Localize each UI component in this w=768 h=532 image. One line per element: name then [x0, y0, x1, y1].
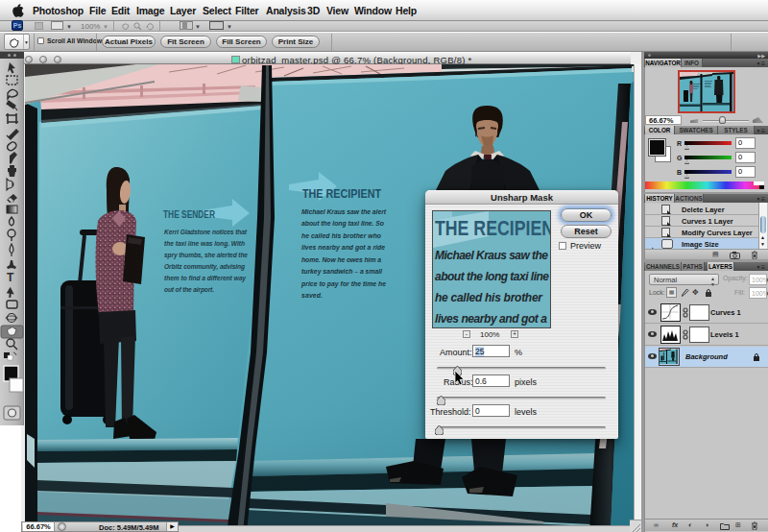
svg-text:THE RECIPIEN: THE RECIPIEN [435, 216, 550, 240]
svg-text:Michael Kraus saw the: Michael Kraus saw the [435, 249, 548, 262]
svg-text:lives nearby and got a: lives nearby and got a [435, 312, 547, 326]
svg-text:he called his brother: he called his brother [435, 291, 543, 304]
svg-text:T: T [7, 271, 14, 284]
svg-text:about the long taxi line: about the long taxi line [435, 270, 549, 283]
